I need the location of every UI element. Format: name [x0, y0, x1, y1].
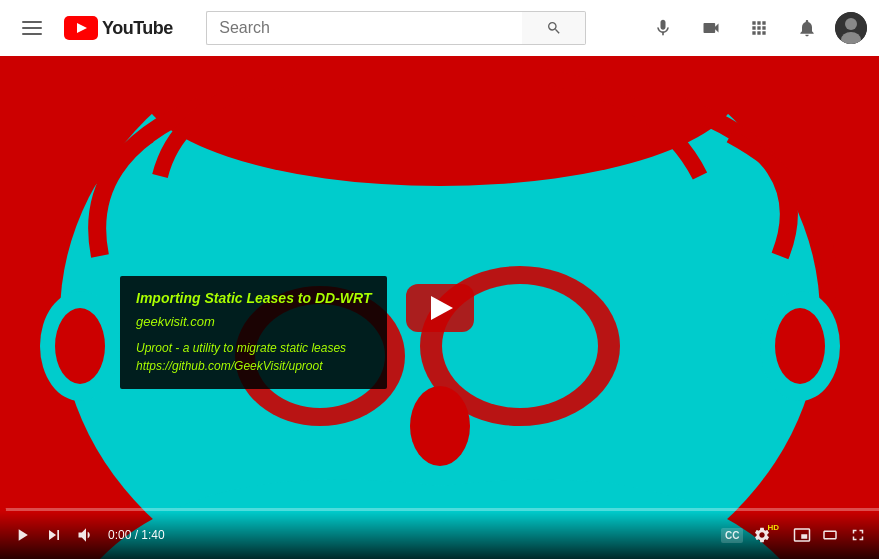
create-icon [701, 18, 721, 38]
play-button-big[interactable] [406, 284, 474, 332]
search-input[interactable] [206, 11, 522, 45]
next-button[interactable] [40, 521, 68, 549]
theater-icon [821, 526, 839, 544]
microphone-button[interactable] [643, 8, 683, 48]
volume-icon [76, 525, 96, 545]
avatar[interactable] [835, 12, 867, 44]
hd-badge: HD [767, 523, 779, 532]
info-overlay: Importing Static Leases to DD-WRT geekvi… [120, 276, 387, 389]
notifications-icon [797, 18, 817, 38]
svg-point-12 [410, 386, 470, 466]
search-bar [206, 11, 586, 45]
volume-button[interactable] [72, 521, 100, 549]
hamburger-button[interactable] [12, 8, 52, 48]
miniplayer-button[interactable] [789, 522, 815, 548]
info-desc: Uproot - a utility to migrate static lea… [136, 339, 371, 375]
svg-point-14 [55, 308, 105, 384]
apps-icon [749, 18, 769, 38]
nav-right [643, 8, 867, 48]
skip-next-icon [44, 525, 64, 545]
theater-button[interactable] [817, 522, 843, 548]
notifications-button[interactable] [787, 8, 827, 48]
controls-right: CC HD [717, 522, 871, 548]
nav-left: YouTube [12, 8, 173, 48]
time-display: 0:00 / 1:40 [108, 528, 165, 542]
topnav: YouTube [0, 0, 879, 56]
info-site: geekvisit.com [136, 314, 371, 329]
play-icon [12, 525, 32, 545]
fullscreen-button[interactable] [845, 522, 871, 548]
cc-badge: CC [721, 528, 743, 543]
svg-point-16 [775, 308, 825, 384]
microphone-icon [653, 18, 673, 38]
miniplayer-icon [793, 526, 811, 544]
create-button[interactable] [691, 8, 731, 48]
hamburger-icon [22, 21, 42, 35]
settings-button[interactable]: HD [749, 522, 787, 548]
apps-button[interactable] [739, 8, 779, 48]
play-pause-button[interactable] [8, 521, 36, 549]
search-icon [546, 20, 562, 36]
youtube-logo[interactable]: YouTube [64, 16, 173, 40]
controls-bar: 0:00 / 1:40 CC HD [0, 511, 879, 559]
cc-button[interactable]: CC [717, 524, 747, 547]
svg-point-3 [845, 18, 857, 30]
search-button[interactable] [522, 11, 586, 45]
video-container: Importing Static Leases to DD-WRT geekvi… [0, 56, 879, 559]
avatar-image [835, 12, 867, 44]
fullscreen-icon [849, 526, 867, 544]
youtube-wordmark: YouTube [102, 18, 173, 39]
info-title: Importing Static Leases to DD-WRT [136, 290, 371, 306]
youtube-play-icon [64, 16, 98, 40]
